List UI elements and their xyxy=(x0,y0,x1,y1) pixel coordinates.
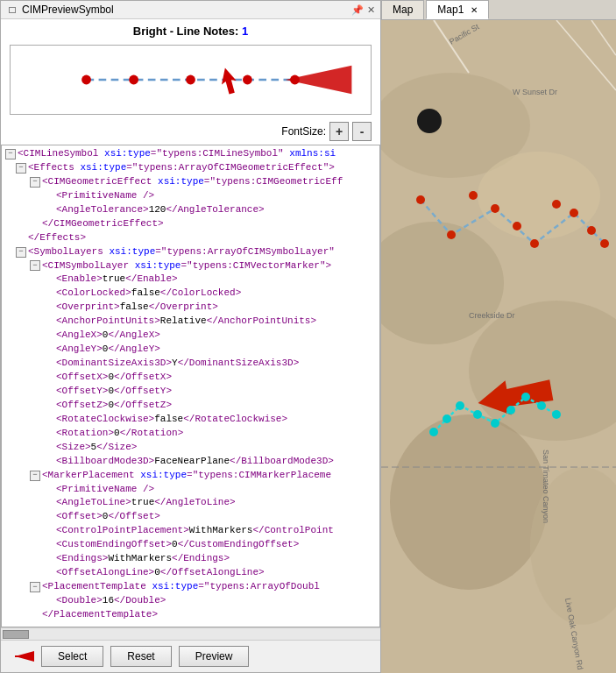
pin-icon[interactable]: 📌 xyxy=(351,4,364,16)
map-content[interactable]: Pacific St W Sunset Dr Creekside Dr San … xyxy=(381,20,616,672)
svg-point-4 xyxy=(243,75,252,85)
xml-line: − <SymbolLayers xsi:type="typens:ArrayOf… xyxy=(2,245,379,259)
xml-line: <BillboardMode3D>FaceNearPlane</Billboar… xyxy=(2,455,379,469)
map-svg: Pacific St W Sunset Dr Creekside Dr San … xyxy=(381,20,616,672)
preview-svg xyxy=(11,46,371,114)
xml-line: </Effects> xyxy=(2,231,379,245)
xml-line: </CIMGeometricEffect> xyxy=(2,217,379,231)
panel-title: CIMPreviewSymbol xyxy=(22,4,114,16)
svg-point-30 xyxy=(570,209,578,217)
symbol-count: 1 xyxy=(242,25,248,38)
xml-line: <OffsetAlongLine>0</OffsetAlongLine> xyxy=(2,566,379,580)
collapse-toggle[interactable]: − xyxy=(16,247,26,258)
collapse-toggle[interactable]: − xyxy=(30,471,40,481)
xml-line: <Double>16</Double> xyxy=(2,594,379,608)
fontsize-minus-button[interactable]: - xyxy=(352,122,372,141)
select-arrow-area xyxy=(8,648,34,664)
collapse-toggle[interactable]: − xyxy=(5,149,16,159)
fontsize-row: FontSize: + - xyxy=(1,118,380,145)
fontsize-plus-button[interactable]: + xyxy=(329,122,349,141)
xml-line: − <Effects xsi:type="typens:ArrayOfCIMGe… xyxy=(2,161,379,175)
svg-point-25 xyxy=(417,109,442,133)
map-tabs: Map Map1 ✕ xyxy=(381,0,616,20)
xml-line: <ColorLocked>false</ColorLocked> xyxy=(2,287,379,301)
svg-point-15 xyxy=(390,414,548,590)
svg-point-41 xyxy=(552,410,561,419)
svg-point-38 xyxy=(456,401,464,410)
svg-point-28 xyxy=(491,204,499,213)
svg-point-29 xyxy=(530,239,539,248)
xml-line: <Overprint>false</Overprint> xyxy=(2,301,379,315)
svg-point-43 xyxy=(473,410,482,419)
xml-line: − <CIMGeometricEffect xsi:type="typens:C… xyxy=(2,175,379,189)
svg-point-2 xyxy=(129,75,138,85)
svg-point-26 xyxy=(416,195,425,204)
panel-header: □ CIMPreviewSymbol 📌 ✕ xyxy=(1,1,380,19)
xml-line: − <MarkerPlacement xsi:type="typens:CIMM… xyxy=(2,469,379,483)
xml-line: <AngleTolerance>120</AngleTolerance> xyxy=(2,203,379,217)
svg-point-27 xyxy=(447,230,456,239)
svg-point-42 xyxy=(443,414,451,423)
collapse-toggle[interactable]: − xyxy=(30,582,40,592)
svg-point-44 xyxy=(506,406,515,414)
svg-point-35 xyxy=(587,226,596,235)
symbol-preview xyxy=(10,45,372,115)
bottom-bar: Select Reset Preview xyxy=(1,640,380,672)
close-button[interactable]: ✕ xyxy=(367,4,375,16)
svg-point-32 xyxy=(469,191,478,200)
collapse-icon[interactable]: □ xyxy=(6,4,18,16)
xml-line: <OffsetZ>0</OffsetZ> xyxy=(2,399,379,413)
svg-point-1 xyxy=(81,75,91,85)
xml-line: <AnchorPointUnits>Relative</AnchorPointU… xyxy=(2,315,379,329)
xml-line: − <CIMLineSymbol xsi:type="typens:CIMLin… xyxy=(2,147,379,161)
select-button[interactable]: Select xyxy=(41,646,103,667)
map-panel: Map Map1 ✕ Pacific St W Sunset Dr Creeks… xyxy=(381,0,616,673)
collapse-toggle[interactable]: − xyxy=(16,163,26,174)
panel-controls: 📌 ✕ xyxy=(351,4,375,16)
svg-text:Creekside Dr: Creekside Dr xyxy=(469,311,515,320)
xml-line: − <CIMSymbolLayer xsi:type="typens:CIMVe… xyxy=(2,259,379,273)
svg-point-34 xyxy=(552,200,561,209)
xml-line: <PrimitiveName /> xyxy=(2,189,379,203)
svg-text:San Timateo Canyon: San Timateo Canyon xyxy=(542,450,550,523)
svg-point-3 xyxy=(186,75,195,85)
svg-point-45 xyxy=(537,401,546,410)
xml-line: <Rotation>0</Rotation> xyxy=(2,427,379,441)
reset-button[interactable]: Reset xyxy=(110,646,171,667)
panel-header-left: □ CIMPreviewSymbol xyxy=(6,4,114,16)
select-arrow-icon xyxy=(8,648,34,664)
map-tab-map1[interactable]: Map1 ✕ xyxy=(426,0,488,19)
svg-point-39 xyxy=(491,419,499,428)
xml-line: <Offset>0</Offset> xyxy=(2,510,379,524)
xml-line: <Enable>true</Enable> xyxy=(2,273,379,287)
horizontal-scrollbar[interactable] xyxy=(1,627,380,640)
xml-line: <OffsetY>0</OffsetY> xyxy=(2,385,379,399)
map-tab-close[interactable]: ✕ xyxy=(471,5,478,15)
svg-text:W Sunset Dr: W Sunset Dr xyxy=(513,88,557,96)
preview-button[interactable]: Preview xyxy=(179,646,250,667)
xml-line: <Size>5</Size> xyxy=(2,441,379,455)
xml-line: <AngleToLine>true</AngleToLine> xyxy=(2,496,379,510)
symbol-name: Bright - Line Notes: xyxy=(133,25,242,38)
xml-line: − <PlacementTemplate xsi:type="typens:Ar… xyxy=(2,580,379,594)
fontsize-label: FontSize: xyxy=(281,125,326,138)
cim-preview-panel: □ CIMPreviewSymbol 📌 ✕ Bright - Line Not… xyxy=(0,0,381,673)
xml-line: <Endings>WithMarkers</Endings> xyxy=(2,552,379,566)
svg-point-37 xyxy=(429,428,438,436)
scrollbar-thumb[interactable] xyxy=(3,630,29,639)
symbol-title: Bright - Line Notes: 1 xyxy=(1,19,380,41)
xml-line: <OffsetX>0</OffsetX> xyxy=(2,371,379,385)
collapse-toggle[interactable]: − xyxy=(30,260,40,271)
xml-line: <AngleX>0</AngleX> xyxy=(2,329,379,343)
map-tab-map[interactable]: Map xyxy=(381,0,424,19)
svg-point-33 xyxy=(513,222,521,230)
xml-line: </PlacementTemplate> xyxy=(2,608,379,622)
xml-editor[interactable]: − <CIMLineSymbol xsi:type="typens:CIMLin… xyxy=(1,145,380,627)
svg-point-40 xyxy=(521,393,530,401)
xml-line: <PrimitiveName /> xyxy=(2,483,379,497)
xml-line: <ControlPointPlacement>WithMarkers</Cont… xyxy=(2,524,379,538)
svg-marker-7 xyxy=(286,66,352,94)
xml-line: <AngleY>0</AngleY> xyxy=(2,343,379,357)
xml-line: <DominantSizeAxis3D>Y</DominantSizeAxis3… xyxy=(2,357,379,371)
collapse-toggle[interactable]: − xyxy=(30,177,40,188)
